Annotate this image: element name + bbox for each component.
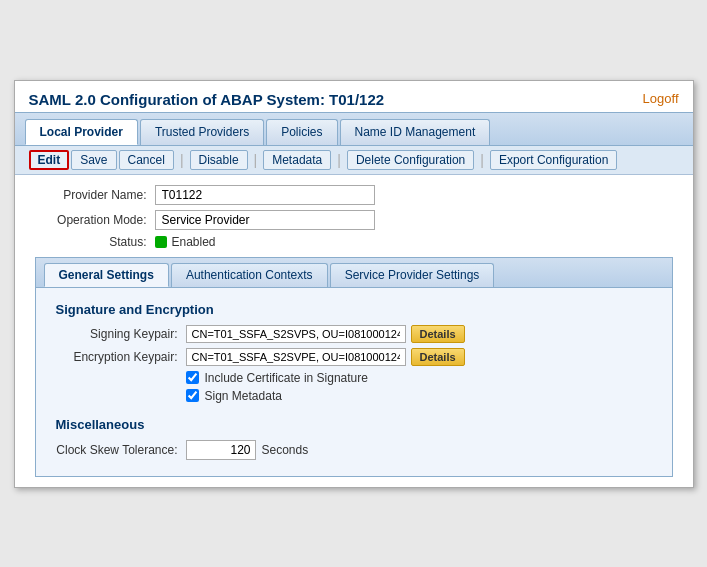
- inner-tab-bar: General Settings Authentication Contexts…: [35, 257, 673, 288]
- tab-auth-contexts[interactable]: Authentication Contexts: [171, 263, 328, 287]
- disable-button[interactable]: Disable: [190, 150, 248, 170]
- logoff-link[interactable]: Logoff: [643, 91, 679, 106]
- signing-keypair-input[interactable]: [186, 325, 406, 343]
- toolbar: Edit Save Cancel | Disable | Metadata | …: [15, 146, 693, 175]
- tab-policies[interactable]: Policies: [266, 119, 337, 145]
- main-tab-bar: Local Provider Trusted Providers Policie…: [15, 112, 693, 146]
- signing-keypair-label: Signing Keypair:: [56, 327, 186, 341]
- misc-section: Miscellaneous Clock Skew Tolerance: Seco…: [56, 417, 652, 460]
- signing-keypair-row: Signing Keypair: Details: [56, 325, 652, 343]
- signing-details-button[interactable]: Details: [411, 325, 465, 343]
- encryption-keypair-label: Encryption Keypair:: [56, 350, 186, 364]
- include-cert-label: Include Certificate in Signature: [205, 371, 368, 385]
- include-cert-checkbox[interactable]: [186, 371, 199, 384]
- status-indicator-icon: [155, 236, 167, 248]
- delete-config-button[interactable]: Delete Configuration: [347, 150, 474, 170]
- separator-1: |: [180, 152, 184, 168]
- tab-name-id-management[interactable]: Name ID Management: [340, 119, 491, 145]
- separator-3: |: [337, 152, 341, 168]
- main-window: SAML 2.0 Configuration of ABAP System: T…: [14, 80, 694, 488]
- provider-name-row: Provider Name:: [35, 185, 673, 205]
- tab-trusted-providers[interactable]: Trusted Providers: [140, 119, 264, 145]
- tab-service-provider-settings[interactable]: Service Provider Settings: [330, 263, 495, 287]
- separator-4: |: [480, 152, 484, 168]
- encryption-keypair-input[interactable]: [186, 348, 406, 366]
- operation-mode-input[interactable]: [155, 210, 375, 230]
- provider-name-input[interactable]: [155, 185, 375, 205]
- clock-skew-input[interactable]: [186, 440, 256, 460]
- provider-name-label: Provider Name:: [35, 188, 155, 202]
- status-row: Status: Enabled: [35, 235, 673, 249]
- encryption-keypair-row: Encryption Keypair: Details: [56, 348, 652, 366]
- sign-metadata-label: Sign Metadata: [205, 389, 282, 403]
- encryption-details-button[interactable]: Details: [411, 348, 465, 366]
- tab-local-provider[interactable]: Local Provider: [25, 119, 138, 145]
- page-title: SAML 2.0 Configuration of ABAP System: T…: [29, 91, 385, 108]
- clock-skew-unit: Seconds: [262, 443, 309, 457]
- tab-general-settings[interactable]: General Settings: [44, 263, 169, 287]
- misc-section-title: Miscellaneous: [56, 417, 652, 432]
- include-cert-row: Include Certificate in Signature: [186, 371, 652, 385]
- content-area: Provider Name: Operation Mode: Status: E…: [15, 175, 693, 487]
- export-config-button[interactable]: Export Configuration: [490, 150, 617, 170]
- edit-button[interactable]: Edit: [29, 150, 70, 170]
- status-label: Status:: [35, 235, 155, 249]
- sign-metadata-row: Sign Metadata: [186, 389, 652, 403]
- signature-section-title: Signature and Encryption: [56, 302, 652, 317]
- save-button[interactable]: Save: [71, 150, 116, 170]
- metadata-button[interactable]: Metadata: [263, 150, 331, 170]
- status-value: Enabled: [172, 235, 216, 249]
- clock-skew-row: Clock Skew Tolerance: Seconds: [56, 440, 652, 460]
- title-bar: SAML 2.0 Configuration of ABAP System: T…: [15, 81, 693, 112]
- sign-metadata-checkbox[interactable]: [186, 389, 199, 402]
- operation-mode-row: Operation Mode:: [35, 210, 673, 230]
- inner-content: Signature and Encryption Signing Keypair…: [35, 288, 673, 477]
- operation-mode-label: Operation Mode:: [35, 213, 155, 227]
- cancel-button[interactable]: Cancel: [119, 150, 174, 170]
- separator-2: |: [254, 152, 258, 168]
- clock-skew-label: Clock Skew Tolerance:: [56, 443, 186, 457]
